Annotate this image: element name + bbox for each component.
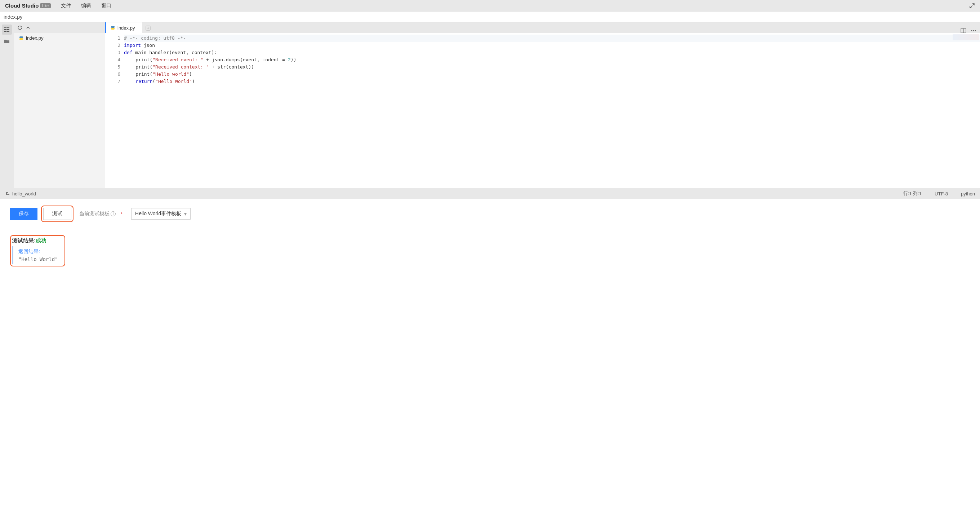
status-position[interactable]: 行:1 列:1: [903, 190, 922, 197]
result-body: 返回结果: "Hello World": [12, 246, 63, 264]
minimap[interactable]: [953, 34, 979, 40]
puzzle-icon: [5, 191, 10, 196]
template-label: 当前测试模板 i: [79, 211, 116, 217]
tab-bar: index.py: [105, 22, 980, 33]
top-toolbar: Cloud Studio Lite 文件 编辑 窗口: [0, 0, 980, 11]
menu-edit[interactable]: 编辑: [81, 3, 91, 9]
button-row: 保存 测试 当前测试模板 i * Hello World事件模板 ▾: [10, 206, 970, 222]
rail-explorer-icon[interactable]: [2, 24, 12, 35]
svg-rect-8: [111, 26, 115, 28]
svg-rect-5: [6, 31, 10, 32]
result-return-label: 返回结果:: [18, 249, 58, 255]
svg-rect-6: [19, 37, 23, 38]
template-select[interactable]: Hello World事件模板 ▾: [131, 208, 191, 220]
file-list: index.py: [14, 33, 105, 188]
info-icon[interactable]: i: [111, 211, 116, 216]
breadcrumb-bar: index.py: [0, 11, 980, 22]
tab[interactable]: index.py: [106, 22, 142, 33]
editor-area: index.py 1234567 # -*- coding: utf8 -*-i…: [105, 22, 980, 188]
refresh-icon[interactable]: [17, 25, 22, 30]
svg-rect-4: [4, 31, 6, 32]
status-encoding[interactable]: UTF-8: [935, 191, 948, 196]
rail-folder-icon[interactable]: [2, 36, 12, 46]
file-item[interactable]: index.py: [14, 34, 105, 42]
more-icon[interactable]: [970, 28, 977, 33]
bottom-section: 保存 测试 当前测试模板 i * Hello World事件模板 ▾ 测试结果:…: [0, 199, 980, 273]
template-select-value: Hello World事件模板: [135, 211, 181, 217]
required-asterisk: *: [121, 211, 123, 217]
result-block: 测试结果:成功 返回结果: "Hello World": [12, 237, 63, 264]
status-bar: hello_world 行:1 列:1 UTF-8 python: [0, 188, 980, 199]
split-editor-icon[interactable]: [961, 28, 966, 33]
svg-rect-2: [4, 29, 6, 30]
python-icon: [110, 25, 115, 30]
svg-point-15: [975, 30, 976, 31]
expand-icon[interactable]: [969, 3, 975, 9]
menu-file[interactable]: 文件: [61, 3, 71, 9]
python-icon: [19, 36, 24, 41]
file-panel: index.py: [14, 22, 105, 188]
svg-rect-9: [111, 28, 115, 30]
result-title: 测试结果:成功: [12, 237, 63, 244]
collapse-icon[interactable]: [26, 26, 30, 30]
breadcrumb: index.py: [3, 14, 22, 20]
file-panel-toolbar: [14, 22, 105, 33]
brand: Cloud Studio: [5, 3, 38, 9]
file-item-label: index.py: [26, 35, 43, 41]
tab-label: index.py: [118, 25, 135, 31]
menu-window[interactable]: 窗口: [101, 3, 111, 9]
new-tab-icon[interactable]: [143, 23, 153, 33]
chevron-down-icon: ▾: [184, 211, 187, 217]
ide-body: index.py index.py 123456: [0, 22, 980, 188]
result-return-value: "Hello World": [18, 256, 58, 262]
save-button[interactable]: 保存: [10, 208, 37, 220]
svg-point-13: [971, 30, 972, 31]
svg-point-14: [973, 30, 974, 31]
svg-rect-0: [4, 27, 6, 28]
result-highlight: 测试结果:成功 返回结果: "Hello World": [10, 235, 65, 266]
lite-badge: Lite: [40, 3, 51, 8]
svg-rect-7: [19, 38, 23, 40]
svg-rect-1: [6, 27, 10, 28]
code-editor[interactable]: 1234567 # -*- coding: utf8 -*-import jso…: [105, 33, 980, 188]
left-rail: [0, 22, 14, 188]
test-button[interactable]: 测试: [43, 208, 72, 220]
svg-rect-3: [6, 29, 10, 30]
status-language[interactable]: python: [961, 191, 975, 196]
test-button-highlight: 测试: [41, 206, 73, 222]
result-status: 成功: [36, 237, 46, 243]
status-project[interactable]: hello_world: [12, 191, 36, 196]
